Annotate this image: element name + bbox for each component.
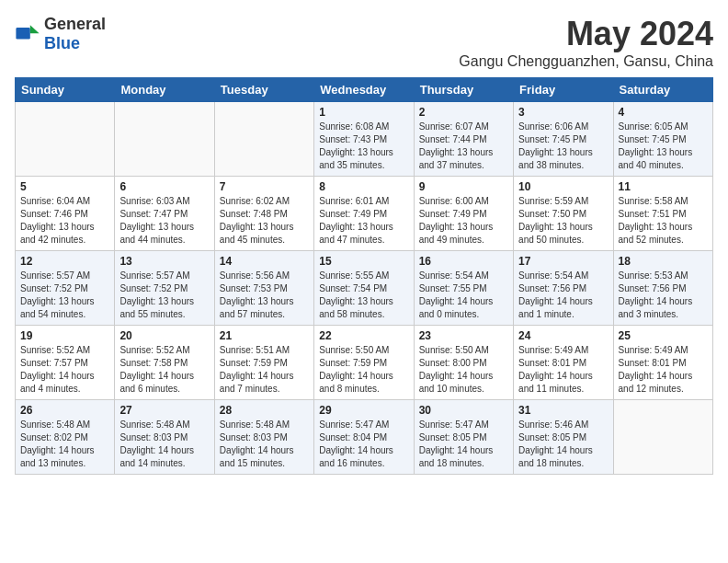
- day-cell-15: 15Sunrise: 5:55 AMSunset: 7:54 PMDayligh…: [314, 251, 414, 326]
- day-cell-20: 20Sunrise: 5:52 AMSunset: 7:58 PMDayligh…: [115, 326, 214, 400]
- day-cell-3: 3Sunrise: 6:06 AMSunset: 7:45 PMDaylight…: [514, 102, 613, 177]
- day-number: 22: [319, 329, 408, 342]
- calendar-table: SundayMondayTuesdayWednesdayThursdayFrid…: [15, 77, 713, 475]
- day-cell-8: 8Sunrise: 6:01 AMSunset: 7:49 PMDaylight…: [314, 177, 414, 251]
- day-cell-11: 11Sunrise: 5:58 AMSunset: 7:51 PMDayligh…: [613, 177, 712, 251]
- day-cell-31: 31Sunrise: 5:46 AMSunset: 8:05 PMDayligh…: [514, 400, 613, 475]
- day-header-wednesday: Wednesday: [314, 78, 414, 102]
- day-cell-25: 25Sunrise: 5:49 AMSunset: 8:01 PMDayligh…: [613, 326, 712, 400]
- day-header-thursday: Thursday: [414, 78, 513, 102]
- day-info: Sunrise: 6:07 AMSunset: 7:44 PMDaylight:…: [419, 121, 508, 172]
- day-info: Sunrise: 5:55 AMSunset: 7:54 PMDaylight:…: [319, 270, 408, 321]
- day-cell-26: 26Sunrise: 5:48 AMSunset: 8:02 PMDayligh…: [16, 400, 115, 475]
- days-header-row: SundayMondayTuesdayWednesdayThursdayFrid…: [16, 78, 713, 102]
- day-cell-29: 29Sunrise: 5:47 AMSunset: 8:04 PMDayligh…: [314, 400, 414, 475]
- day-info: Sunrise: 5:52 AMSunset: 7:57 PMDaylight:…: [20, 344, 109, 396]
- day-header-saturday: Saturday: [613, 78, 712, 102]
- day-info: Sunrise: 6:02 AMSunset: 7:48 PMDaylight:…: [220, 195, 309, 247]
- day-cell-9: 9Sunrise: 6:00 AMSunset: 7:49 PMDaylight…: [414, 177, 513, 251]
- day-cell-16: 16Sunrise: 5:54 AMSunset: 7:55 PMDayligh…: [414, 251, 513, 326]
- logo: General Blue: [15, 15, 106, 53]
- day-number: 5: [20, 180, 109, 193]
- day-info: Sunrise: 5:56 AMSunset: 7:53 PMDaylight:…: [220, 270, 309, 321]
- day-cell-7: 7Sunrise: 6:02 AMSunset: 7:48 PMDaylight…: [214, 177, 313, 251]
- logo-blue-text: Blue: [44, 34, 80, 52]
- day-number: 8: [319, 180, 408, 193]
- day-info: Sunrise: 5:59 AMSunset: 7:50 PMDaylight:…: [518, 195, 608, 247]
- day-info: Sunrise: 5:58 AMSunset: 7:51 PMDaylight:…: [619, 195, 708, 247]
- day-header-sunday: Sunday: [16, 78, 115, 102]
- day-number: 16: [419, 255, 508, 268]
- day-number: 3: [518, 106, 608, 119]
- day-number: 18: [619, 255, 708, 268]
- day-header-tuesday: Tuesday: [214, 78, 313, 102]
- day-info: Sunrise: 5:48 AMSunset: 8:02 PMDaylight:…: [20, 419, 109, 470]
- day-number: 10: [518, 180, 608, 193]
- day-cell-2: 2Sunrise: 6:07 AMSunset: 7:44 PMDaylight…: [414, 102, 513, 177]
- day-cell-30: 30Sunrise: 5:47 AMSunset: 8:05 PMDayligh…: [414, 400, 513, 475]
- day-cell-14: 14Sunrise: 5:56 AMSunset: 7:53 PMDayligh…: [214, 251, 313, 326]
- logo-general-text: General: [44, 15, 106, 33]
- day-info: Sunrise: 5:47 AMSunset: 8:04 PMDaylight:…: [319, 419, 408, 470]
- day-info: Sunrise: 6:08 AMSunset: 7:43 PMDaylight:…: [319, 121, 408, 172]
- day-header-friday: Friday: [514, 78, 613, 102]
- day-info: Sunrise: 6:01 AMSunset: 7:49 PMDaylight:…: [319, 195, 408, 247]
- day-info: Sunrise: 5:53 AMSunset: 7:56 PMDaylight:…: [619, 270, 708, 321]
- day-number: 6: [119, 180, 209, 193]
- day-number: 9: [419, 180, 508, 193]
- day-number: 11: [619, 180, 708, 193]
- day-number: 14: [220, 255, 309, 268]
- day-number: 12: [20, 255, 109, 268]
- day-cell-17: 17Sunrise: 5:54 AMSunset: 7:56 PMDayligh…: [514, 251, 613, 326]
- day-number: 24: [518, 329, 608, 342]
- day-info: Sunrise: 5:49 AMSunset: 8:01 PMDaylight:…: [619, 344, 708, 396]
- day-info: Sunrise: 5:48 AMSunset: 8:03 PMDaylight:…: [119, 419, 209, 470]
- week-row-1: 1Sunrise: 6:08 AMSunset: 7:43 PMDaylight…: [16, 102, 713, 177]
- day-info: Sunrise: 6:03 AMSunset: 7:47 PMDaylight:…: [119, 195, 209, 247]
- day-info: Sunrise: 5:49 AMSunset: 8:01 PMDaylight:…: [518, 344, 608, 396]
- day-info: Sunrise: 5:57 AMSunset: 7:52 PMDaylight:…: [119, 270, 209, 321]
- empty-cell: [613, 400, 712, 475]
- day-number: 31: [518, 404, 608, 417]
- day-cell-6: 6Sunrise: 6:03 AMSunset: 7:47 PMDaylight…: [115, 177, 214, 251]
- day-number: 4: [619, 106, 708, 119]
- title-block: May 2024 Gangu Chengguanzhen, Gansu, Chi…: [459, 15, 713, 70]
- day-cell-1: 1Sunrise: 6:08 AMSunset: 7:43 PMDaylight…: [314, 102, 414, 177]
- day-cell-4: 4Sunrise: 6:05 AMSunset: 7:45 PMDaylight…: [613, 102, 712, 177]
- day-cell-21: 21Sunrise: 5:51 AMSunset: 7:59 PMDayligh…: [214, 326, 313, 400]
- week-row-2: 5Sunrise: 6:04 AMSunset: 7:46 PMDaylight…: [16, 177, 713, 251]
- empty-cell: [115, 102, 214, 177]
- day-cell-5: 5Sunrise: 6:04 AMSunset: 7:46 PMDaylight…: [16, 177, 115, 251]
- day-info: Sunrise: 5:48 AMSunset: 8:03 PMDaylight:…: [220, 419, 309, 470]
- empty-cell: [16, 102, 115, 177]
- day-info: Sunrise: 5:50 AMSunset: 8:00 PMDaylight:…: [419, 344, 508, 396]
- day-cell-13: 13Sunrise: 5:57 AMSunset: 7:52 PMDayligh…: [115, 251, 214, 326]
- logo-icon: [15, 21, 40, 47]
- day-number: 26: [20, 404, 109, 417]
- day-cell-10: 10Sunrise: 5:59 AMSunset: 7:50 PMDayligh…: [514, 177, 613, 251]
- day-number: 15: [319, 255, 408, 268]
- day-cell-19: 19Sunrise: 5:52 AMSunset: 7:57 PMDayligh…: [16, 326, 115, 400]
- day-number: 29: [319, 404, 408, 417]
- day-info: Sunrise: 6:04 AMSunset: 7:46 PMDaylight:…: [20, 195, 109, 247]
- day-number: 27: [119, 404, 209, 417]
- week-row-4: 19Sunrise: 5:52 AMSunset: 7:57 PMDayligh…: [16, 326, 713, 400]
- week-row-5: 26Sunrise: 5:48 AMSunset: 8:02 PMDayligh…: [16, 400, 713, 475]
- day-number: 21: [220, 329, 309, 342]
- day-number: 25: [619, 329, 708, 342]
- day-header-monday: Monday: [115, 78, 214, 102]
- day-info: Sunrise: 6:05 AMSunset: 7:45 PMDaylight:…: [619, 121, 708, 172]
- day-info: Sunrise: 5:54 AMSunset: 7:55 PMDaylight:…: [419, 270, 508, 321]
- day-number: 1: [319, 106, 408, 119]
- day-cell-22: 22Sunrise: 5:50 AMSunset: 7:59 PMDayligh…: [314, 326, 414, 400]
- day-number: 23: [419, 329, 508, 342]
- day-info: Sunrise: 6:06 AMSunset: 7:45 PMDaylight:…: [518, 121, 608, 172]
- calendar-subtitle: Gangu Chengguanzhen, Gansu, China: [459, 53, 713, 70]
- day-number: 19: [20, 329, 109, 342]
- day-info: Sunrise: 5:52 AMSunset: 7:58 PMDaylight:…: [119, 344, 209, 396]
- day-cell-18: 18Sunrise: 5:53 AMSunset: 7:56 PMDayligh…: [613, 251, 712, 326]
- calendar-title: May 2024: [459, 15, 713, 53]
- day-cell-12: 12Sunrise: 5:57 AMSunset: 7:52 PMDayligh…: [16, 251, 115, 326]
- day-cell-28: 28Sunrise: 5:48 AMSunset: 8:03 PMDayligh…: [214, 400, 313, 475]
- day-info: Sunrise: 5:50 AMSunset: 7:59 PMDaylight:…: [319, 344, 408, 396]
